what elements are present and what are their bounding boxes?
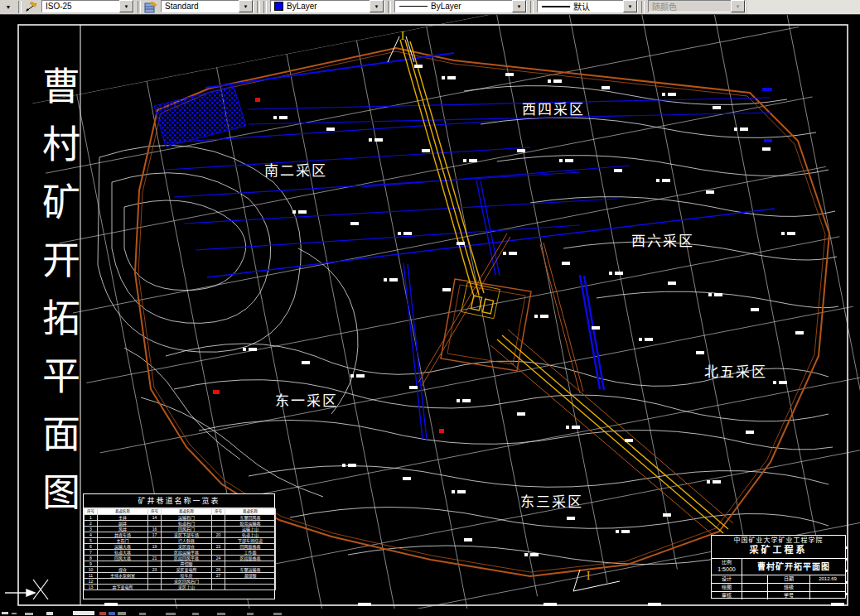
roadway-cell xyxy=(225,561,276,567)
scale-value: 1:5000 xyxy=(712,565,742,573)
roadway-cell xyxy=(212,550,225,556)
dim-style-value: ISO-25 xyxy=(42,2,119,11)
roadway-cell: 采区上山 xyxy=(162,585,212,590)
chevron-down-icon[interactable]: ▼ xyxy=(623,0,637,12)
color-swatch xyxy=(274,2,283,11)
drawing-title: 曹村矿开拓平面图 xyxy=(742,559,845,575)
toolbar-separator xyxy=(263,1,267,13)
roadway-cell xyxy=(212,579,225,585)
roadway-cell xyxy=(148,538,162,544)
roadway-cell: 东翼回风巷 xyxy=(225,515,276,521)
lineweight-value: 默认 xyxy=(570,0,623,12)
linetype-combo[interactable]: ByLayer ▼ xyxy=(394,0,527,12)
roadway-cell xyxy=(148,579,162,585)
roadway-cell: 副井 xyxy=(98,521,148,527)
dim-style-icon[interactable] xyxy=(23,0,40,14)
color-combo[interactable]: ByLayer ▼ xyxy=(270,0,384,12)
roadway-cell: 运输上山 xyxy=(225,527,276,532)
roadway-col-header: 巷道名称 xyxy=(162,509,212,515)
taskbar-fragment xyxy=(166,613,176,615)
roadway-cell: 3 xyxy=(85,527,98,532)
roadway-cell: 区段联络巷 xyxy=(225,556,276,561)
goaf-hatch-block xyxy=(154,86,246,147)
roadway-cell: 26 xyxy=(212,567,225,573)
table-row: 13井下变电所采区上山 xyxy=(85,585,276,590)
taskbar-fragment xyxy=(118,612,126,615)
roadway-cell xyxy=(148,585,162,590)
chevron-down-icon[interactable]: ▼ xyxy=(119,0,133,12)
toolbar-empty-area xyxy=(747,0,860,14)
dim-style-combo[interactable]: ISO-25 ▼ xyxy=(41,0,134,12)
roadway-table-title: 矿井巷道名称一览表 xyxy=(84,494,274,508)
titleblock-cell xyxy=(810,584,845,591)
ucs-icon xyxy=(5,580,48,599)
text-style-icon[interactable] xyxy=(143,0,159,14)
roadway-cell: 21 xyxy=(148,556,162,561)
roadway-cell: 1 xyxy=(85,515,98,521)
taskbar-fragment xyxy=(2,612,8,614)
titleblock-row: 绘图班级 xyxy=(712,584,845,592)
red-marks xyxy=(213,98,444,433)
roadway-cell: 10 xyxy=(85,567,98,573)
titleblock-cell: 审核 xyxy=(712,592,742,599)
roadway-cell xyxy=(148,573,162,579)
roadway-cell: 19 xyxy=(148,544,162,550)
table-row: 12采区回风石门 xyxy=(85,579,276,585)
roadway-cell: 20 xyxy=(212,532,225,538)
table-row: 2副井轨道石门胶带运输巷 xyxy=(85,521,276,527)
roadway-cell: 行人斜巷 xyxy=(162,538,212,544)
roadway-cell xyxy=(212,561,225,567)
table-row: 8回风大巷21区段回风平巷24区段联络巷 xyxy=(85,556,276,561)
roadway-cell: 22 xyxy=(212,544,225,550)
roadway-cell: 轨道石门 xyxy=(162,521,212,527)
titleblock-cell: 绘图 xyxy=(712,584,742,591)
titleblock-cell: 学号 xyxy=(768,592,810,599)
roadway-cell: 轨道大巷 xyxy=(98,550,148,556)
table-row: 6运输大巷19采区煤仓22回风联络巷 xyxy=(85,544,276,550)
roadway-cell xyxy=(212,515,225,521)
chevron-down-icon[interactable]: ▼ xyxy=(512,0,526,12)
roadway-cell xyxy=(98,579,148,585)
roadway-cell: 绞车房 xyxy=(162,573,212,579)
roadway-cell: 采区煤仓 xyxy=(162,544,212,550)
roadway-cell: 风井 xyxy=(98,527,148,532)
section-marker-top: I xyxy=(401,29,405,42)
roadway-cell xyxy=(225,585,276,590)
bottom-strip xyxy=(0,609,860,616)
table-row: 4井底车场17采区下部车场20轨道上山 xyxy=(85,532,276,538)
titleblock-cell: 设计 xyxy=(712,575,742,583)
titleblock-cell xyxy=(742,584,768,591)
roadway-cell: 井下变电所 xyxy=(98,585,148,590)
roadway-cell: 采区变电所 xyxy=(162,567,212,573)
roadway-col-header: 序号 xyxy=(148,509,162,515)
taskbar-fragment xyxy=(139,613,146,615)
chevron-down-icon[interactable]: ▼ xyxy=(370,0,384,12)
org-name: 中国矿业大学矿业工程学院 xyxy=(712,536,845,545)
roadway-cell xyxy=(225,579,276,585)
roadway-table-header: 序号巷道名称序号巷道名称序号巷道名称 xyxy=(85,509,276,515)
roadway-cell: 胶带运输巷 xyxy=(225,521,276,527)
titleblock-row: 设计日期2012.69 xyxy=(712,575,845,584)
roadway-cell: 煤仓 xyxy=(98,567,148,573)
table-row: 7轨道大巷区段运输平巷工作面 xyxy=(85,550,276,556)
area-label: 西六采区 xyxy=(631,233,694,249)
text-style-combo[interactable]: Standard ▼ xyxy=(161,0,254,12)
linetype-sample xyxy=(399,6,428,7)
lineweight-combo[interactable]: 默认 ▼ xyxy=(537,0,638,12)
toolbar-overflow-arrow[interactable]: ▼ xyxy=(0,0,17,14)
table-row: 1主井14运输石门东翼回风巷 xyxy=(85,515,276,521)
roadway-cell: 回风石门 xyxy=(162,527,212,532)
roadway-cell: 井底车场 xyxy=(98,532,148,538)
taskbar-fragment xyxy=(273,613,282,615)
roadway-cell xyxy=(148,550,162,556)
chevron-down-icon: ▼ xyxy=(731,0,745,12)
taskbar-fragment xyxy=(99,612,106,615)
taskbar-fragment xyxy=(73,611,94,615)
roadway-cell: 主石门 xyxy=(98,538,148,544)
roadway-col-header: 序号 xyxy=(85,509,98,515)
taskbar-fragment xyxy=(247,613,254,615)
scale-label: 比例 xyxy=(712,559,742,565)
toolbar-separator xyxy=(388,1,391,13)
linetype-value: ByLayer xyxy=(428,2,512,11)
chevron-down-icon[interactable]: ▼ xyxy=(239,0,253,12)
